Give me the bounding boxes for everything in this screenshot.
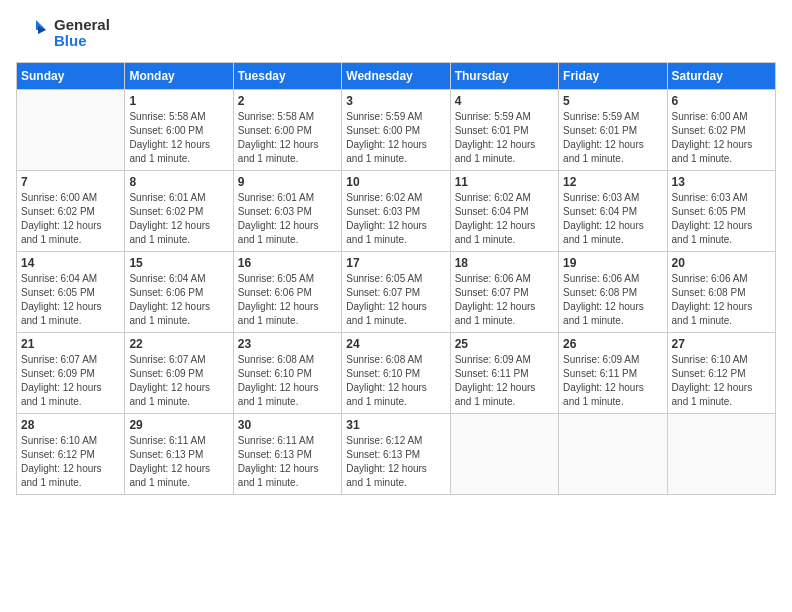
calendar-cell: 17 Sunrise: 6:05 AM Sunset: 6:07 PM Dayl… <box>342 252 450 333</box>
calendar-cell <box>17 90 125 171</box>
calendar-cell: 14 Sunrise: 6:04 AM Sunset: 6:05 PM Dayl… <box>17 252 125 333</box>
day-info: Sunrise: 5:59 AM Sunset: 6:01 PM Dayligh… <box>455 110 554 166</box>
day-info: Sunrise: 6:01 AM Sunset: 6:02 PM Dayligh… <box>129 191 228 247</box>
day-number: 4 <box>455 94 554 108</box>
day-number: 8 <box>129 175 228 189</box>
day-info: Sunrise: 6:00 AM Sunset: 6:02 PM Dayligh… <box>21 191 120 247</box>
day-info: Sunrise: 6:10 AM Sunset: 6:12 PM Dayligh… <box>672 353 771 409</box>
weekday-header: Saturday <box>667 63 775 90</box>
logo-bird-icon <box>16 16 50 50</box>
calendar-cell: 18 Sunrise: 6:06 AM Sunset: 6:07 PM Dayl… <box>450 252 558 333</box>
weekday-header: Wednesday <box>342 63 450 90</box>
day-number: 3 <box>346 94 445 108</box>
day-number: 12 <box>563 175 662 189</box>
logo: General Blue <box>16 16 110 50</box>
day-number: 16 <box>238 256 337 270</box>
day-number: 22 <box>129 337 228 351</box>
day-info: Sunrise: 6:07 AM Sunset: 6:09 PM Dayligh… <box>21 353 120 409</box>
calendar-cell: 19 Sunrise: 6:06 AM Sunset: 6:08 PM Dayl… <box>559 252 667 333</box>
day-info: Sunrise: 6:12 AM Sunset: 6:13 PM Dayligh… <box>346 434 445 490</box>
calendar-cell: 28 Sunrise: 6:10 AM Sunset: 6:12 PM Dayl… <box>17 414 125 495</box>
calendar-cell: 16 Sunrise: 6:05 AM Sunset: 6:06 PM Dayl… <box>233 252 341 333</box>
calendar-cell: 21 Sunrise: 6:07 AM Sunset: 6:09 PM Dayl… <box>17 333 125 414</box>
calendar-cell: 25 Sunrise: 6:09 AM Sunset: 6:11 PM Dayl… <box>450 333 558 414</box>
weekday-header: Tuesday <box>233 63 341 90</box>
calendar-cell: 6 Sunrise: 6:00 AM Sunset: 6:02 PM Dayli… <box>667 90 775 171</box>
day-info: Sunrise: 6:03 AM Sunset: 6:05 PM Dayligh… <box>672 191 771 247</box>
day-info: Sunrise: 6:11 AM Sunset: 6:13 PM Dayligh… <box>238 434 337 490</box>
day-number: 20 <box>672 256 771 270</box>
day-info: Sunrise: 6:07 AM Sunset: 6:09 PM Dayligh… <box>129 353 228 409</box>
day-number: 23 <box>238 337 337 351</box>
weekday-header: Sunday <box>17 63 125 90</box>
day-info: Sunrise: 6:08 AM Sunset: 6:10 PM Dayligh… <box>238 353 337 409</box>
weekday-header: Friday <box>559 63 667 90</box>
day-info: Sunrise: 6:06 AM Sunset: 6:07 PM Dayligh… <box>455 272 554 328</box>
calendar-table: SundayMondayTuesdayWednesdayThursdayFrid… <box>16 62 776 495</box>
calendar-cell: 20 Sunrise: 6:06 AM Sunset: 6:08 PM Dayl… <box>667 252 775 333</box>
weekday-header: Thursday <box>450 63 558 90</box>
calendar-cell <box>667 414 775 495</box>
day-number: 28 <box>21 418 120 432</box>
day-info: Sunrise: 6:01 AM Sunset: 6:03 PM Dayligh… <box>238 191 337 247</box>
calendar-cell: 4 Sunrise: 5:59 AM Sunset: 6:01 PM Dayli… <box>450 90 558 171</box>
day-number: 9 <box>238 175 337 189</box>
calendar-cell: 26 Sunrise: 6:09 AM Sunset: 6:11 PM Dayl… <box>559 333 667 414</box>
calendar-cell: 22 Sunrise: 6:07 AM Sunset: 6:09 PM Dayl… <box>125 333 233 414</box>
day-info: Sunrise: 6:04 AM Sunset: 6:06 PM Dayligh… <box>129 272 228 328</box>
calendar-cell: 15 Sunrise: 6:04 AM Sunset: 6:06 PM Dayl… <box>125 252 233 333</box>
day-number: 1 <box>129 94 228 108</box>
day-number: 31 <box>346 418 445 432</box>
day-number: 5 <box>563 94 662 108</box>
day-number: 10 <box>346 175 445 189</box>
day-number: 2 <box>238 94 337 108</box>
day-number: 18 <box>455 256 554 270</box>
calendar-cell: 23 Sunrise: 6:08 AM Sunset: 6:10 PM Dayl… <box>233 333 341 414</box>
calendar-cell: 10 Sunrise: 6:02 AM Sunset: 6:03 PM Dayl… <box>342 171 450 252</box>
calendar-cell: 24 Sunrise: 6:08 AM Sunset: 6:10 PM Dayl… <box>342 333 450 414</box>
day-info: Sunrise: 6:05 AM Sunset: 6:07 PM Dayligh… <box>346 272 445 328</box>
day-number: 7 <box>21 175 120 189</box>
day-number: 11 <box>455 175 554 189</box>
calendar-cell: 13 Sunrise: 6:03 AM Sunset: 6:05 PM Dayl… <box>667 171 775 252</box>
day-number: 15 <box>129 256 228 270</box>
calendar-cell: 29 Sunrise: 6:11 AM Sunset: 6:13 PM Dayl… <box>125 414 233 495</box>
calendar-cell: 3 Sunrise: 5:59 AM Sunset: 6:00 PM Dayli… <box>342 90 450 171</box>
day-number: 6 <box>672 94 771 108</box>
day-info: Sunrise: 6:11 AM Sunset: 6:13 PM Dayligh… <box>129 434 228 490</box>
day-number: 13 <box>672 175 771 189</box>
calendar-cell: 9 Sunrise: 6:01 AM Sunset: 6:03 PM Dayli… <box>233 171 341 252</box>
weekday-header: Monday <box>125 63 233 90</box>
calendar-cell: 30 Sunrise: 6:11 AM Sunset: 6:13 PM Dayl… <box>233 414 341 495</box>
day-number: 24 <box>346 337 445 351</box>
calendar-cell <box>559 414 667 495</box>
calendar-cell: 27 Sunrise: 6:10 AM Sunset: 6:12 PM Dayl… <box>667 333 775 414</box>
calendar-cell <box>450 414 558 495</box>
day-number: 29 <box>129 418 228 432</box>
calendar-cell: 31 Sunrise: 6:12 AM Sunset: 6:13 PM Dayl… <box>342 414 450 495</box>
day-number: 17 <box>346 256 445 270</box>
day-info: Sunrise: 6:02 AM Sunset: 6:04 PM Dayligh… <box>455 191 554 247</box>
calendar-cell: 8 Sunrise: 6:01 AM Sunset: 6:02 PM Dayli… <box>125 171 233 252</box>
day-number: 19 <box>563 256 662 270</box>
day-info: Sunrise: 6:06 AM Sunset: 6:08 PM Dayligh… <box>672 272 771 328</box>
day-number: 27 <box>672 337 771 351</box>
calendar-cell: 7 Sunrise: 6:00 AM Sunset: 6:02 PM Dayli… <box>17 171 125 252</box>
day-info: Sunrise: 5:58 AM Sunset: 6:00 PM Dayligh… <box>129 110 228 166</box>
day-info: Sunrise: 5:58 AM Sunset: 6:00 PM Dayligh… <box>238 110 337 166</box>
day-info: Sunrise: 6:00 AM Sunset: 6:02 PM Dayligh… <box>672 110 771 166</box>
day-info: Sunrise: 6:02 AM Sunset: 6:03 PM Dayligh… <box>346 191 445 247</box>
day-number: 14 <box>21 256 120 270</box>
day-info: Sunrise: 6:10 AM Sunset: 6:12 PM Dayligh… <box>21 434 120 490</box>
day-info: Sunrise: 6:09 AM Sunset: 6:11 PM Dayligh… <box>563 353 662 409</box>
day-info: Sunrise: 6:03 AM Sunset: 6:04 PM Dayligh… <box>563 191 662 247</box>
day-info: Sunrise: 5:59 AM Sunset: 6:00 PM Dayligh… <box>346 110 445 166</box>
day-number: 26 <box>563 337 662 351</box>
day-info: Sunrise: 6:08 AM Sunset: 6:10 PM Dayligh… <box>346 353 445 409</box>
day-info: Sunrise: 5:59 AM Sunset: 6:01 PM Dayligh… <box>563 110 662 166</box>
day-info: Sunrise: 6:09 AM Sunset: 6:11 PM Dayligh… <box>455 353 554 409</box>
calendar-cell: 1 Sunrise: 5:58 AM Sunset: 6:00 PM Dayli… <box>125 90 233 171</box>
day-number: 25 <box>455 337 554 351</box>
day-info: Sunrise: 6:06 AM Sunset: 6:08 PM Dayligh… <box>563 272 662 328</box>
page-header: General Blue <box>16 16 776 50</box>
